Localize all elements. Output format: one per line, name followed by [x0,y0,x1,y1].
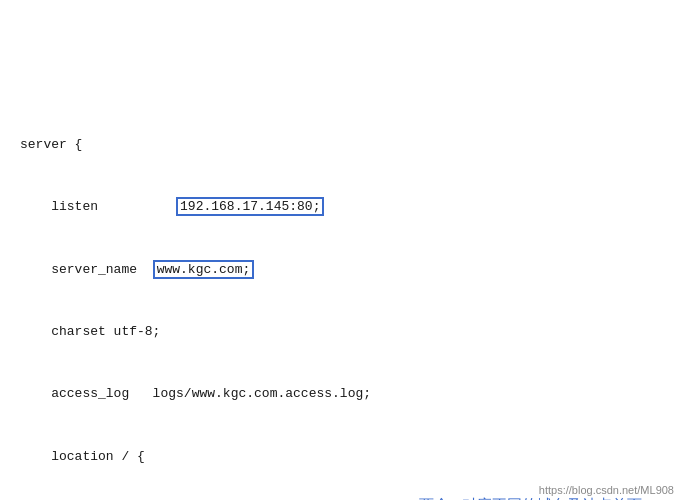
highlight-listen-1: 192.168.17.145:80; [176,197,324,216]
line-s1-charset: charset utf-8; [20,322,662,343]
code-container: server { listen 192.168.17.145:80; serve… [0,0,682,500]
watermark: https://blog.csdn.net/ML908 [539,484,674,496]
line-s1-accesslog: access_log logs/www.kgc.com.access.log; [20,384,662,405]
line-s1-listen: listen 192.168.17.145:80; [20,197,662,218]
line-s1-location-open: location / { [20,447,662,468]
line-s1-open: server { [20,135,662,156]
server-block-1: server { listen 192.168.17.145:80; serve… [20,93,662,500]
line-s1-servername: server_name www.kgc.com; [20,260,662,281]
highlight-servername-1: www.kgc.com; [153,260,255,279]
